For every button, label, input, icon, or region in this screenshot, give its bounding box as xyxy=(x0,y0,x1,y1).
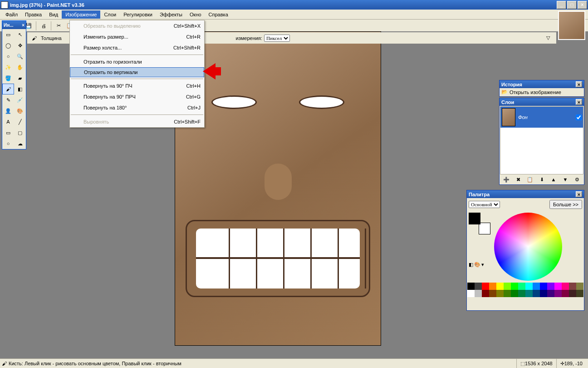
color-swatch[interactable] xyxy=(467,290,475,297)
tool-magic-wand[interactable]: ✨ xyxy=(2,62,14,73)
color-swatch[interactable] xyxy=(518,283,525,290)
palette-close-icon[interactable]: × xyxy=(576,191,582,197)
palette-icon[interactable]: 🎨 xyxy=(474,262,480,268)
layer-properties-button[interactable]: ⚙ xyxy=(572,174,582,184)
tool-brush[interactable]: 🖌 xyxy=(2,84,14,94)
menu-item[interactable]: Отразить по горизонтали xyxy=(70,56,204,67)
primary-color[interactable] xyxy=(469,213,480,224)
color-swatch[interactable] xyxy=(525,290,533,297)
layer-visibility-checkbox[interactable] xyxy=(576,114,582,120)
dropdown-icon[interactable]: ▾ xyxy=(481,262,484,268)
merge-down-button[interactable]: ⬇ xyxy=(537,174,547,184)
tool-eraser[interactable]: ◧ xyxy=(14,84,26,94)
color-swatch[interactable] xyxy=(576,283,583,290)
delete-layer-button[interactable]: ✖ xyxy=(513,174,523,184)
move-down-button[interactable]: ▼ xyxy=(560,174,570,184)
color-swatch[interactable] xyxy=(547,283,554,290)
tool-pan[interactable]: ✋ xyxy=(14,62,26,73)
brush-icon[interactable]: 🖌 xyxy=(29,33,39,43)
menu-effects[interactable]: Эффекты xyxy=(156,10,186,19)
swatch-icon[interactable]: ◧ xyxy=(469,262,473,268)
color-swatch[interactable] xyxy=(562,290,569,297)
history-close-icon[interactable]: × xyxy=(576,81,582,87)
color-swatch[interactable] xyxy=(504,290,511,297)
tool-ellipse[interactable]: ○ xyxy=(2,138,14,149)
color-swatch[interactable] xyxy=(569,283,576,290)
color-swatch[interactable] xyxy=(511,290,518,297)
color-swatch[interactable] xyxy=(547,290,554,297)
move-up-button[interactable]: ▲ xyxy=(549,174,559,184)
tool-rectangle-select[interactable]: ▭ xyxy=(2,29,14,40)
color-swatch[interactable] xyxy=(489,283,496,290)
color-swatch[interactable] xyxy=(475,290,482,297)
primary-secondary-swatch[interactable] xyxy=(469,213,490,234)
tool-fill[interactable]: 🪣 xyxy=(2,73,14,84)
color-swatch[interactable] xyxy=(554,290,562,297)
menu-item[interactable]: Повернуть на 90° ПРЧCtrl+G xyxy=(70,91,204,102)
layers-close-icon[interactable]: × xyxy=(576,99,582,105)
tool-lasso[interactable]: ◯ xyxy=(2,40,14,51)
color-swatch[interactable] xyxy=(482,283,489,290)
color-mode-select[interactable]: Основной xyxy=(469,201,500,208)
minimize-button[interactable]: _ xyxy=(557,1,566,9)
menu-file[interactable]: Файл xyxy=(2,10,21,19)
color-swatch[interactable] xyxy=(482,290,489,297)
layer-item[interactable]: Фон xyxy=(500,107,583,128)
color-swatch[interactable] xyxy=(496,290,504,297)
tool-rectangle[interactable]: ▭ xyxy=(2,127,14,138)
color-swatch[interactable] xyxy=(562,283,569,290)
tool-move-selection[interactable]: ↖ xyxy=(14,29,26,40)
color-swatch[interactable] xyxy=(518,290,525,297)
menu-item[interactable]: Изменить размер...Ctrl+R xyxy=(70,31,204,42)
close-button[interactable]: × xyxy=(578,1,587,9)
color-swatch[interactable] xyxy=(554,283,562,290)
menu-item[interactable]: Повернуть на 90° ПЧCtrl+H xyxy=(70,80,204,91)
color-swatch[interactable] xyxy=(525,283,533,290)
tool-ellipse-select[interactable]: ○ xyxy=(2,51,14,62)
maximize-button[interactable]: □ xyxy=(567,1,577,9)
add-layer-button[interactable]: ➕ xyxy=(501,174,511,184)
tool-gradient[interactable]: ▰ xyxy=(14,73,26,84)
tool-text[interactable]: A xyxy=(2,116,14,127)
cut-button[interactable]: ✂ xyxy=(54,21,64,31)
menu-image[interactable]: Изображение xyxy=(62,10,100,19)
tool-recolor[interactable]: 🎨 xyxy=(14,105,26,116)
more-button[interactable]: Больше >> xyxy=(549,200,582,209)
tool-rounded-rect[interactable]: ▢ xyxy=(14,127,26,138)
print-button[interactable]: 🖨 xyxy=(39,21,49,31)
tool-clone[interactable]: 👤 xyxy=(2,105,14,116)
menu-item[interactable]: Отразить по вертикали xyxy=(70,67,204,77)
tool-color-picker[interactable]: 💉 xyxy=(14,94,26,105)
duplicate-layer-button[interactable]: 📋 xyxy=(525,174,535,184)
menu-window[interactable]: Окно xyxy=(186,10,205,19)
settings-icon[interactable]: ▽ xyxy=(546,35,550,41)
tool-freeform[interactable]: ☁ xyxy=(14,138,26,149)
color-wheel[interactable] xyxy=(494,213,562,281)
color-swatch[interactable] xyxy=(489,290,496,297)
color-swatch[interactable] xyxy=(504,283,511,290)
color-swatch[interactable] xyxy=(540,290,547,297)
menu-help[interactable]: Справка xyxy=(205,10,232,19)
color-swatch[interactable] xyxy=(540,283,547,290)
menu-item[interactable]: Размер холста...Ctrl+Shift+R xyxy=(70,42,204,53)
menu-layers[interactable]: Слои xyxy=(100,10,120,19)
color-swatch[interactable] xyxy=(576,290,583,297)
tool-line[interactable]: ╱ xyxy=(14,116,26,127)
color-swatch[interactable] xyxy=(475,283,482,290)
color-swatch[interactable] xyxy=(569,290,576,297)
color-swatch[interactable] xyxy=(533,290,540,297)
toolbox-close-icon[interactable]: × xyxy=(22,23,24,28)
tool-zoom[interactable]: 🔍 xyxy=(14,51,26,62)
units-select[interactable]: Пиксел xyxy=(264,35,290,42)
tool-move-pixels[interactable]: ✥ xyxy=(14,40,26,51)
color-swatch[interactable] xyxy=(467,283,475,290)
color-swatch[interactable] xyxy=(511,283,518,290)
document-thumbnail[interactable] xyxy=(558,11,585,40)
history-item[interactable]: Открыть изображение xyxy=(510,90,561,95)
menu-item[interactable]: Повернуть на 180°Ctrl+J xyxy=(70,102,204,113)
color-swatch[interactable] xyxy=(496,283,504,290)
menu-view[interactable]: Вид xyxy=(45,10,62,19)
color-swatch[interactable] xyxy=(533,283,540,290)
menu-edit[interactable]: Правка xyxy=(21,10,45,19)
tool-pencil[interactable]: ✎ xyxy=(2,94,14,105)
